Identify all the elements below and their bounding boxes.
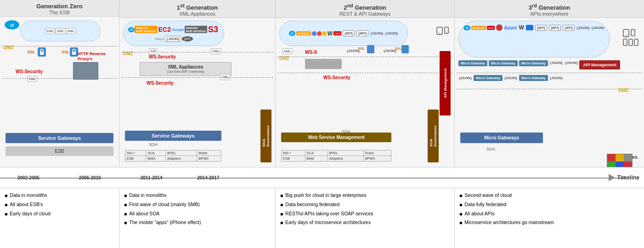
gen2-ssl-1: SSL xyxy=(358,46,365,51)
gen2-bullet-2: ■ RESTful APIs taking over SOAP services xyxy=(280,210,450,218)
svg-text:sf: sf xyxy=(10,23,14,28)
gen2-subtitle: REST & API Gateways xyxy=(277,11,452,17)
timeline-label: Timeline xyxy=(617,174,639,181)
gen3-new: new xyxy=(487,26,495,30)
gen3-bullets: ■ Second wave of cloud ■ Data fully fede… xyxy=(455,188,644,248)
gen1-dashed-2 xyxy=(121,77,273,78)
gen3-api-mgmt-box: API Management xyxy=(579,60,620,69)
gen1-soa-td-esb: ESB xyxy=(125,156,146,161)
gen1-soa-table: WS-* SCA BPEL Rules ESB BAM Adapters BPM… xyxy=(125,150,221,161)
gen1-xml-appliances-label: XML Appliances xyxy=(142,64,229,69)
gen2-phone-icon xyxy=(444,27,449,34)
gen2-dashed-1 xyxy=(277,57,452,57)
gen2-devices xyxy=(436,27,449,35)
gen1-xml-2: XML xyxy=(211,48,221,54)
gen1-json-badge: {JSON} xyxy=(165,36,181,42)
gen0-subtitle: The ESB xyxy=(2,10,117,15)
gen3-diagram: sf amazon new Azure W {API} {API} {API} … xyxy=(455,18,644,167)
gen1-bullet-0: ■ Data in monoliths xyxy=(124,192,271,200)
gen0-dashed-2 xyxy=(2,78,117,79)
gen3-soa-label: SOA xyxy=(486,147,495,151)
gen1-title: 1st Generation xyxy=(121,3,273,11)
gen0-title: Generation Zero xyxy=(2,3,117,10)
gen2-xml-top: XML xyxy=(282,48,292,54)
gen3-device-row1 xyxy=(623,29,638,37)
gen2-api-2: {API} xyxy=(356,30,368,36)
gen3-json-5: {JSON} xyxy=(459,76,472,80)
gen2-period: 2011-2014 xyxy=(137,175,166,180)
gen0-wssecurity-label: WS-Security xyxy=(16,69,43,74)
gen1-period: 2006-2010 xyxy=(75,175,105,180)
gen2-wss-label: WS-S xyxy=(305,50,317,55)
gen2-tablet-icon xyxy=(436,27,443,35)
gen2-title: 2nd Generation xyxy=(277,3,452,11)
gen3-mg-4: Micro Gateway xyxy=(474,75,503,81)
gen2-json-2: {JSON} xyxy=(385,31,398,35)
gen3-col: 3rd Generation APIs everywhere sf amazon… xyxy=(455,0,644,167)
gen3-dashed-2 xyxy=(457,89,642,89)
gen0-esb-label: ESB xyxy=(6,146,113,156)
gen1-ec2: EC2 xyxy=(158,26,171,33)
gen3-ms-cell-1 xyxy=(607,154,616,161)
gen1-soa-td-bam: BAM xyxy=(146,156,166,161)
gen0-bullet-1: ■ All about ESB's xyxy=(5,201,114,209)
gen1-soa-td-wss: WS-* xyxy=(125,150,146,156)
gen3-title: 3rd Generation xyxy=(457,3,642,11)
gen2-soa-gov: SOAGovernance xyxy=(428,110,439,162)
gen0-diagram: sf XML XML XML DMZ SSL xyxy=(0,17,119,167)
gen3-devices xyxy=(623,29,638,46)
gen1-bullet-2: ■ All about SOA xyxy=(124,210,271,218)
gen0-server xyxy=(73,62,98,80)
gen1-xml-1: XM xyxy=(149,48,157,54)
gen1-maps: Maps xyxy=(155,37,164,41)
gen3-azure: Azure xyxy=(504,25,517,30)
gen3-blue-box xyxy=(526,25,533,30)
svg-rect-11 xyxy=(623,39,627,46)
gen0-ssl-2: SSL xyxy=(62,50,70,54)
gen2-w-icon: W xyxy=(328,30,333,37)
gen3-header: 3rd Generation APIs everywhere xyxy=(455,0,644,18)
gen3-json-3: {JSON} xyxy=(550,61,563,66)
gen3-micro-gw-main: Micro Gateways xyxy=(460,133,543,143)
gen3-tablet-icon xyxy=(623,29,629,37)
gen3-device-row2 xyxy=(623,39,638,46)
gen2-td-sca: SCA xyxy=(305,150,328,156)
gen2-lock-2 xyxy=(401,45,409,53)
gen1-subtitle: XML Appliances xyxy=(121,11,273,17)
gen1-soa-gov: SOAGovernance xyxy=(260,110,271,162)
gen0-period: 2002-2005 xyxy=(14,175,43,180)
svg-point-9 xyxy=(626,35,627,36)
gen0-xml-below: XML xyxy=(27,76,37,82)
timeline-arrowhead xyxy=(609,174,615,181)
gen3-cloud: sf amazon new Azure W {API} {API} {API} … xyxy=(458,21,610,58)
gen3-bullet-1: ■ Data fully federated xyxy=(459,201,639,209)
gen2-lock-1 xyxy=(367,45,374,53)
gen3-ms-cell-3 xyxy=(624,154,632,161)
gen2-bullet-1: ■ Data becoming federated xyxy=(280,201,450,209)
gen3-bullet-0: ■ Second wave of cloud xyxy=(459,192,639,200)
xml-label-3: XML xyxy=(66,28,76,34)
gen1-soa-td-bpel: BPEL xyxy=(165,150,197,156)
gen2-new-badge: new xyxy=(333,31,341,35)
gen3-api-1: {API} xyxy=(535,25,547,31)
gen1-bullet-3: ■ The mobile "apps" (iPhone effect) xyxy=(124,219,271,227)
gen1-soa-td-adapters: Adapters xyxy=(165,156,197,161)
gen1-aws: amazonweb services xyxy=(135,26,158,33)
gen3-mg-1: Micro Gateway xyxy=(458,60,487,66)
gen0-dashed-1 xyxy=(2,46,117,46)
gen3-microservices-grid xyxy=(607,154,633,167)
generations-row: Generation Zero The ESB sf XML xyxy=(0,0,644,167)
gen3-api-2: {API} xyxy=(549,25,561,31)
gen3-ms-cell-6 xyxy=(624,161,632,167)
gen3-mg-2: Micro Gateway xyxy=(489,60,518,66)
gen3-mg-3: Micro Gateway xyxy=(519,60,548,66)
sf-logo-gen0: sf xyxy=(4,19,20,31)
xml-label-1: XML xyxy=(45,28,55,34)
gen0-service-gw-label: Service Gateways xyxy=(6,133,113,143)
gen1-aws2: amazonweb services xyxy=(185,26,208,33)
gen2-cloud: sf amazon W new {API} {API} {JSON} xyxy=(279,21,408,46)
gen2-wsm-label: Web Service Management xyxy=(281,133,391,142)
gen0-http-label: HTTP Reverse Proxy's xyxy=(78,52,117,62)
gen1-soa-td-sca: SCA xyxy=(146,150,166,156)
gen3-microservices-area: Microservices xyxy=(607,154,638,160)
